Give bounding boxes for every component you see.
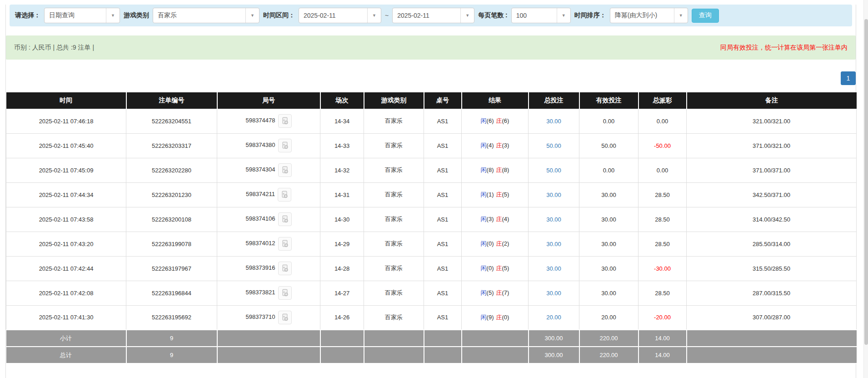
- cell-total-bet[interactable]: 30.00: [529, 256, 579, 281]
- cell-bet-id: 522263201230: [126, 182, 217, 207]
- cell-total-bet[interactable]: 30.00: [529, 207, 579, 232]
- cell-remark: 314.00/342.50: [687, 207, 857, 232]
- cell-bet-id: 522263195692: [126, 305, 217, 330]
- video-icon[interactable]: [278, 286, 292, 300]
- grand-total-count: 9: [126, 347, 217, 363]
- cell-result: 闲(6)庄(6): [462, 109, 529, 133]
- cell-valid-bet: 30.00: [579, 281, 639, 305]
- table-row: 2025-02-11 07:46:18 522263204551 5983744…: [6, 109, 857, 133]
- cell-bet-id: 522263200108: [126, 207, 217, 232]
- cell-game: 百家乐: [364, 305, 424, 330]
- cell-game: 百家乐: [364, 281, 424, 305]
- cell-session: 14-30: [320, 207, 364, 232]
- cell-time: 2025-02-11 07:45:09: [6, 158, 126, 182]
- banker-result-score: (0): [502, 314, 509, 321]
- cell-payout: -20.00: [639, 305, 687, 330]
- cell-game: 百家乐: [364, 182, 424, 207]
- cell-total-bet[interactable]: 30.00: [529, 182, 579, 207]
- player-result-label: 闲: [481, 166, 487, 173]
- cell-result: 闲(0)庄(5): [462, 256, 529, 281]
- cell-round-id: 598374380: [217, 133, 320, 158]
- table-row: 2025-02-11 07:45:09 522263202280 5983743…: [6, 158, 857, 182]
- cell-total-bet[interactable]: 50.00: [529, 133, 579, 158]
- cell-table-no: AS1: [424, 232, 462, 256]
- cell-payout: -30.00: [639, 256, 687, 281]
- query-button[interactable]: 查询: [692, 9, 719, 23]
- cell-valid-bet: 30.00: [579, 232, 639, 256]
- bet-records-table: 时间 注单编号 局号 场次 游戏类别 桌号 结果 总投注 有效投注 总派彩 备注…: [6, 92, 857, 364]
- cell-valid-bet: 0.00: [579, 109, 639, 133]
- page-1-button[interactable]: 1: [841, 71, 856, 85]
- cell-remark: 307.00/287.00: [687, 305, 857, 330]
- chevron-down-icon: ▼: [460, 8, 474, 23]
- banker-result-score: (5): [502, 265, 509, 272]
- player-result-label: 闲: [481, 191, 487, 198]
- video-icon[interactable]: [278, 114, 292, 128]
- player-result-label: 闲: [481, 265, 487, 272]
- player-result-label: 闲: [481, 216, 487, 222]
- cell-session: 14-31: [320, 182, 364, 207]
- player-result-score: (5): [487, 289, 494, 296]
- video-icon[interactable]: [278, 311, 292, 324]
- cell-round-id: 598374106: [217, 207, 320, 232]
- cell-time: 2025-02-11 07:42:44: [6, 256, 126, 281]
- notice-text: 同局有效投注，统一计算在该局第一张注单内: [720, 44, 848, 52]
- date-to-select[interactable]: 2025-02-11 ▼: [392, 8, 474, 23]
- banker-result-score: (3): [502, 142, 509, 149]
- query-type-value: 日期查询: [45, 11, 106, 20]
- cell-payout: 28.50: [639, 232, 687, 256]
- game-type-select[interactable]: 百家乐 ▼: [153, 8, 259, 23]
- player-result-score: (3): [487, 216, 494, 222]
- video-icon[interactable]: [278, 212, 292, 226]
- player-result-label: 闲: [481, 142, 487, 149]
- cell-payout: 28.50: [639, 281, 687, 305]
- query-type-select[interactable]: 日期查询 ▼: [44, 8, 120, 23]
- cell-bet-id: 522263196844: [126, 281, 217, 305]
- video-icon[interactable]: [278, 139, 292, 152]
- header-result: 结果: [462, 92, 529, 109]
- date-from-select[interactable]: 2025-02-11 ▼: [299, 8, 381, 23]
- sort-label: 时间排序：: [574, 11, 606, 20]
- player-result-score: (1): [487, 191, 494, 198]
- table-row: 2025-02-11 07:43:20 522263199078 5983740…: [6, 232, 857, 256]
- video-icon[interactable]: [278, 262, 292, 275]
- vertical-scrollbar[interactable]: [863, 0, 868, 378]
- cell-game: 百家乐: [364, 207, 424, 232]
- subtotal-row: 小计 9 300.00 220.00 14.00: [6, 330, 857, 347]
- cell-total-bet[interactable]: 30.00: [529, 109, 579, 133]
- per-page-select[interactable]: 100 ▼: [511, 8, 571, 23]
- cell-valid-bet: 30.00: [579, 207, 639, 232]
- player-result-label: 闲: [481, 240, 487, 247]
- grand-total-label: 总计: [6, 347, 126, 363]
- cell-result: 闲(3)庄(4): [462, 207, 529, 232]
- cell-time: 2025-02-11 07:46:18: [6, 109, 126, 133]
- sort-select[interactable]: 降冪(由大到小) ▼: [610, 8, 688, 23]
- cell-total-bet[interactable]: 30.00: [529, 232, 579, 256]
- grand-total-valid-bet: 220.00: [579, 347, 639, 363]
- video-icon[interactable]: [278, 188, 291, 202]
- chevron-down-icon: ▼: [367, 8, 381, 23]
- cell-session: 14-29: [320, 232, 364, 256]
- banker-result-label: 庄: [496, 289, 502, 296]
- player-result-score: (0): [487, 265, 494, 272]
- cell-payout: 28.50: [639, 182, 687, 207]
- cell-round-id: 598373821: [217, 281, 320, 305]
- grand-total-payout: 14.00: [639, 347, 687, 363]
- header-table-no: 桌号: [424, 92, 462, 109]
- video-icon[interactable]: [278, 163, 292, 177]
- video-icon[interactable]: [278, 237, 292, 251]
- player-result-score: (9): [487, 314, 494, 321]
- cell-result: 闲(9)庄(0): [462, 305, 529, 330]
- cell-round-id: 598374211: [217, 182, 320, 207]
- cell-result: 闲(8)庄(8): [462, 158, 529, 182]
- cell-table-no: AS1: [424, 133, 462, 158]
- table-row: 2025-02-11 07:43:58 522263200108 5983741…: [6, 207, 857, 232]
- range-tilde: ~: [385, 12, 389, 19]
- cell-total-bet[interactable]: 50.00: [529, 158, 579, 182]
- cell-time: 2025-02-11 07:43:20: [6, 232, 126, 256]
- cell-total-bet[interactable]: 30.00: [529, 281, 579, 305]
- scrollbar-thumb[interactable]: [864, 19, 868, 345]
- cell-total-bet[interactable]: 20.00: [529, 305, 579, 330]
- cell-table-no: AS1: [424, 305, 462, 330]
- cell-remark: 285.50/314.00: [687, 232, 857, 256]
